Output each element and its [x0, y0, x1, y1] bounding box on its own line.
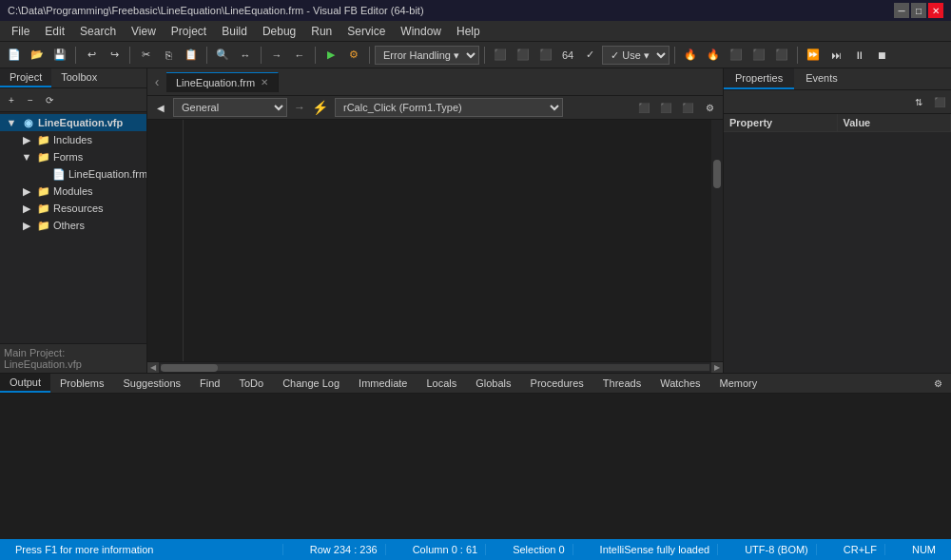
- new-button[interactable]: 📄: [4, 45, 25, 66]
- error-handling-dropdown[interactable]: Error Handling ▾: [375, 46, 479, 65]
- tb-misc2[interactable]: ⬛: [513, 45, 534, 66]
- out-tab-memory[interactable]: Memory: [710, 375, 767, 392]
- tb-debug4[interactable]: ⬛: [748, 45, 769, 66]
- tb-debug1[interactable]: 🔥: [680, 45, 701, 66]
- tb-nav3[interactable]: ⏸: [848, 45, 869, 66]
- undo-button[interactable]: ↩: [81, 45, 102, 66]
- copy-button[interactable]: ⎘: [158, 45, 179, 66]
- out-tab-output[interactable]: Output: [0, 374, 50, 393]
- out-tab-procedures[interactable]: Procedures: [521, 375, 593, 392]
- replace-button[interactable]: ↔: [235, 45, 256, 66]
- code-area[interactable]: [184, 120, 711, 361]
- tree-forms[interactable]: ▼ 📁 Forms: [0, 148, 146, 165]
- tree-root-label: LineEquation.vfp: [38, 117, 123, 128]
- h-scroll-track[interactable]: [161, 364, 709, 371]
- menu-edit[interactable]: Edit: [37, 23, 72, 40]
- tab-close-button[interactable]: ✕: [261, 77, 268, 87]
- tab-project[interactable]: Project: [0, 68, 51, 87]
- tab-nav-back[interactable]: ‹: [147, 68, 166, 95]
- redo-button[interactable]: ↪: [104, 45, 125, 66]
- tab-toolbox[interactable]: Toolbox: [51, 68, 107, 87]
- method-dropdown[interactable]: rCalc_Click (Form1.Type): [335, 98, 563, 117]
- out-tab-find[interactable]: Find: [190, 375, 229, 392]
- open-button[interactable]: 📂: [27, 45, 48, 66]
- ed-view3[interactable]: ⬛: [678, 98, 697, 117]
- output-content[interactable]: [0, 394, 951, 539]
- tb-nav1[interactable]: ⏩: [803, 45, 824, 66]
- menu-run[interactable]: Run: [303, 23, 340, 40]
- tree-resources[interactable]: ▶ 📁 Resources: [0, 200, 146, 217]
- project-tree: ▼ ◉ LineEquation.vfp ▶ 📁 Includes ▼ 📁 Fo…: [0, 112, 146, 343]
- run-button[interactable]: ▶: [320, 45, 341, 66]
- ed-view2[interactable]: ⬛: [656, 98, 675, 117]
- maximize-button[interactable]: □: [911, 3, 926, 18]
- tree-root[interactable]: ▼ ◉ LineEquation.vfp: [0, 114, 146, 131]
- editor-tabs: ‹ LineEquation.frm ✕: [147, 68, 723, 96]
- h-scroll-left[interactable]: ◀: [147, 362, 159, 373]
- menu-file[interactable]: File: [4, 23, 37, 40]
- out-tab-threads[interactable]: Threads: [593, 375, 650, 392]
- tb-nav4[interactable]: ⏹: [871, 45, 892, 66]
- tb-nav2[interactable]: ⏭: [825, 45, 846, 66]
- ed-back-button[interactable]: ◀: [151, 98, 170, 117]
- props-filter-button[interactable]: ⬛: [930, 92, 949, 111]
- unindent-button[interactable]: ←: [289, 45, 310, 66]
- build-button[interactable]: ⚙: [343, 45, 364, 66]
- use-dropdown[interactable]: ✓ Use ▾: [602, 46, 670, 65]
- tb-debug3[interactable]: ⬛: [726, 45, 747, 66]
- tb-misc3[interactable]: ⬛: [535, 45, 556, 66]
- out-tab-watches[interactable]: Watches: [650, 375, 709, 392]
- editor-tab-lineequation[interactable]: LineEquation.frm ✕: [166, 72, 279, 92]
- ed-view1[interactable]: ⬛: [634, 98, 653, 117]
- tree-others-label: Others: [53, 220, 85, 231]
- h-scroll-thumb[interactable]: [161, 364, 218, 372]
- paste-button[interactable]: 📋: [181, 45, 202, 66]
- props-header: Property Value: [724, 114, 951, 132]
- tree-form-label: LineEquation.frm: [68, 168, 146, 180]
- menu-window[interactable]: Window: [393, 23, 449, 40]
- vertical-scrollbar[interactable]: [711, 120, 723, 361]
- ed-settings[interactable]: ⚙: [700, 98, 719, 117]
- tb-misc1[interactable]: ⬛: [490, 45, 511, 66]
- tab-events[interactable]: Events: [794, 68, 849, 89]
- props-sort-button[interactable]: ⇅: [909, 92, 928, 111]
- search-button[interactable]: 🔍: [212, 45, 233, 66]
- out-tab-changelog[interactable]: Change Log: [273, 375, 349, 392]
- context-dropdown[interactable]: General: [173, 98, 287, 117]
- forms-expand-icon: ▼: [19, 149, 34, 164]
- minimize-button[interactable]: ─: [894, 3, 909, 18]
- tree-expand-button[interactable]: +: [3, 91, 20, 108]
- menu-help[interactable]: Help: [449, 23, 488, 40]
- tb-misc4[interactable]: ✓: [579, 45, 600, 66]
- out-tab-locals[interactable]: Locals: [417, 375, 466, 392]
- close-button[interactable]: ✕: [928, 3, 943, 18]
- tree-modules[interactable]: ▶ 📁 Modules: [0, 183, 146, 200]
- menu-project[interactable]: Project: [164, 23, 214, 40]
- out-tab-todo[interactable]: ToDo: [229, 375, 273, 392]
- tree-collapse-button[interactable]: −: [22, 91, 39, 108]
- v-scroll-thumb[interactable]: [713, 160, 721, 188]
- out-tab-suggestions[interactable]: Suggestions: [114, 375, 191, 392]
- tree-includes[interactable]: ▶ 📁 Includes: [0, 131, 146, 148]
- cut-button[interactable]: ✂: [135, 45, 156, 66]
- out-tab-globals[interactable]: Globals: [466, 375, 520, 392]
- tree-others[interactable]: ▶ 📁 Others: [0, 217, 146, 234]
- menu-service[interactable]: Service: [340, 23, 393, 40]
- menu-search[interactable]: Search: [72, 23, 124, 40]
- h-scroll-right[interactable]: ▶: [711, 362, 723, 373]
- out-tab-problems[interactable]: Problems: [50, 375, 113, 392]
- menu-debug[interactable]: Debug: [255, 23, 303, 40]
- out-tab-immediate[interactable]: Immediate: [349, 375, 417, 392]
- tb-debug5[interactable]: ⬛: [771, 45, 792, 66]
- menu-build[interactable]: Build: [214, 23, 255, 40]
- indent-button[interactable]: →: [266, 45, 287, 66]
- output-settings-button[interactable]: ⚙: [928, 374, 947, 393]
- props-col-value: Value: [838, 114, 952, 131]
- tb-debug2[interactable]: 🔥: [703, 45, 724, 66]
- save-button[interactable]: 💾: [49, 45, 70, 66]
- tree-refresh-button[interactable]: ⟳: [41, 91, 58, 108]
- tab-properties[interactable]: Properties: [724, 68, 794, 89]
- editor-area: ‹ LineEquation.frm ✕ ◀ General → ⚡ rCalc…: [147, 68, 723, 373]
- menu-view[interactable]: View: [124, 23, 164, 40]
- tree-form-file[interactable]: 📄 LineEquation.frm: [0, 165, 146, 183]
